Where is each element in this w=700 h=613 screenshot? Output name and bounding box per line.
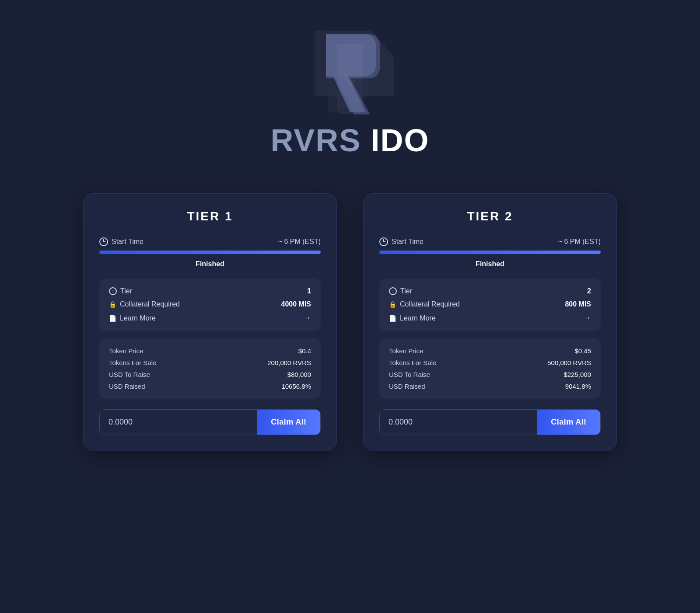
tier2-progress-track (379, 251, 601, 254)
tier2-usd-raised-value: 9041.8% (565, 383, 591, 390)
tier2-tokens-for-sale-row: Tokens For Sale 500,000 RVRS (389, 359, 591, 366)
tier1-info-box: ↑ Tier 1 🔒 Collateral Required 4000 MIS … (99, 279, 321, 331)
tier1-tokens-for-sale-value: 200,000 RVRS (267, 359, 311, 366)
tier1-status: Finished (99, 260, 321, 268)
tier2-collateral-value: 800 MIS (565, 300, 591, 308)
tier1-collateral-row: 🔒 Collateral Required 4000 MIS (109, 300, 311, 308)
tier2-card: TIER 2 Start Time ~ 6 PM (EST) Finished … (363, 193, 617, 451)
tier1-tier-row: ↑ Tier 1 (109, 287, 311, 295)
tier2-collateral-label: 🔒 Collateral Required (389, 300, 460, 308)
tier1-card: TIER 1 Start Time ~ 6 PM (EST) Finished … (83, 193, 337, 451)
tier2-usd-raised-label: USD Raised (389, 383, 425, 390)
tier2-start-time-row: Start Time ~ 6 PM (EST) (379, 237, 601, 246)
tier1-usd-to-raise-label: USD To Raise (109, 371, 150, 378)
tier2-progress-fill (379, 251, 601, 254)
cards-container: TIER 1 Start Time ~ 6 PM (EST) Finished … (83, 193, 617, 451)
tier2-claim-amount: 0.0000 (380, 410, 537, 435)
tier1-token-price-value: $0.4 (298, 347, 311, 355)
tier2-collateral-row: 🔒 Collateral Required 800 MIS (389, 300, 591, 308)
tier2-usd-to-raise-value: $225,000 (564, 371, 591, 378)
logo-icon (293, 17, 407, 131)
tier2-claim-row: 0.0000 Claim All (379, 409, 601, 435)
clock-icon-tier2 (379, 237, 388, 246)
tier2-token-price-row: Token Price $0.45 (389, 347, 591, 355)
tier1-progress-fill (99, 251, 321, 254)
tier1-tokens-for-sale-row: Tokens For Sale 200,000 RVRS (109, 359, 311, 366)
tier1-tokens-for-sale-label: Tokens For Sale (109, 359, 156, 366)
tier1-learn-more-label[interactable]: 📄 Learn More (109, 314, 156, 322)
tier1-usd-to-raise-row: USD To Raise $80,000 (109, 371, 311, 378)
tier2-usd-to-raise-label: USD To Raise (389, 371, 430, 378)
tier1-claim-button[interactable]: Claim All (257, 410, 320, 435)
tier1-collateral-value: 4000 MIS (281, 300, 311, 308)
tier1-usd-raised-value: 10656.8% (281, 383, 311, 390)
learn-more-arrow-2[interactable]: → (583, 313, 591, 323)
tier2-tokens-for-sale-value: 500,000 RVRS (547, 359, 591, 366)
doc-icon-1: 📄 (109, 315, 116, 322)
tier1-learn-more-row[interactable]: 📄 Learn More → (109, 313, 311, 323)
tier2-token-price-value: $0.45 (574, 347, 591, 355)
tier2-tier-value: 2 (587, 287, 591, 295)
lock-icon-2: 🔒 (389, 301, 396, 308)
learn-more-arrow-1[interactable]: → (303, 313, 311, 323)
doc-icon-2: 📄 (389, 315, 396, 322)
tier1-claim-row: 0.0000 Claim All (99, 409, 321, 435)
tier1-usd-raised-row: USD Raised 10656.8% (109, 383, 311, 390)
tier1-usd-to-raise-value: $80,000 (287, 371, 311, 378)
tier1-token-price-label: Token Price (109, 347, 143, 355)
tier2-status: Finished (379, 260, 601, 268)
tier2-start-time-label: Start Time (379, 237, 424, 246)
tier2-claim-button[interactable]: Claim All (537, 410, 600, 435)
tier2-usd-to-raise-row: USD To Raise $225,000 (389, 371, 591, 378)
tier2-learn-more-row[interactable]: 📄 Learn More → (389, 313, 591, 323)
tier2-start-time-value: ~ 6 PM (EST) (558, 238, 601, 246)
tier2-info-box: ↑ Tier 2 🔒 Collateral Required 800 MIS 📄… (379, 279, 601, 331)
tier1-usd-raised-label: USD Raised (109, 383, 145, 390)
tier1-start-time-value: ~ 6 PM (EST) (278, 238, 321, 246)
tier1-token-price-row: Token Price $0.4 (109, 347, 311, 355)
clock-icon-tier1 (99, 237, 108, 246)
tier2-learn-more-label[interactable]: 📄 Learn More (389, 314, 436, 322)
logo-area: RVRS IDO (271, 17, 430, 158)
lock-icon-1: 🔒 (109, 301, 116, 308)
tier2-tokens-for-sale-label: Tokens For Sale (389, 359, 436, 366)
tier2-tier-row: ↑ Tier 2 (389, 287, 591, 295)
tier1-stats-box: Token Price $0.4 Tokens For Sale 200,000… (99, 338, 321, 399)
tier1-title: TIER 1 (99, 209, 321, 223)
tier-icon-1: ↑ (109, 287, 117, 295)
tier-icon-2: ↑ (389, 287, 397, 295)
tier2-usd-raised-row: USD Raised 9041.8% (389, 383, 591, 390)
tier2-title: TIER 2 (379, 209, 601, 223)
tier1-start-time-row: Start Time ~ 6 PM (EST) (99, 237, 321, 246)
tier1-tier-label: ↑ Tier (109, 287, 132, 295)
tier1-claim-amount: 0.0000 (100, 410, 257, 435)
tier2-token-price-label: Token Price (389, 347, 423, 355)
tier1-progress-track (99, 251, 321, 254)
tier1-start-time-label: Start Time (99, 237, 144, 246)
tier2-stats-box: Token Price $0.45 Tokens For Sale 500,00… (379, 338, 601, 399)
tier1-collateral-label: 🔒 Collateral Required (109, 300, 180, 308)
tier2-tier-label: ↑ Tier (389, 287, 412, 295)
tier1-tier-value: 1 (307, 287, 311, 295)
